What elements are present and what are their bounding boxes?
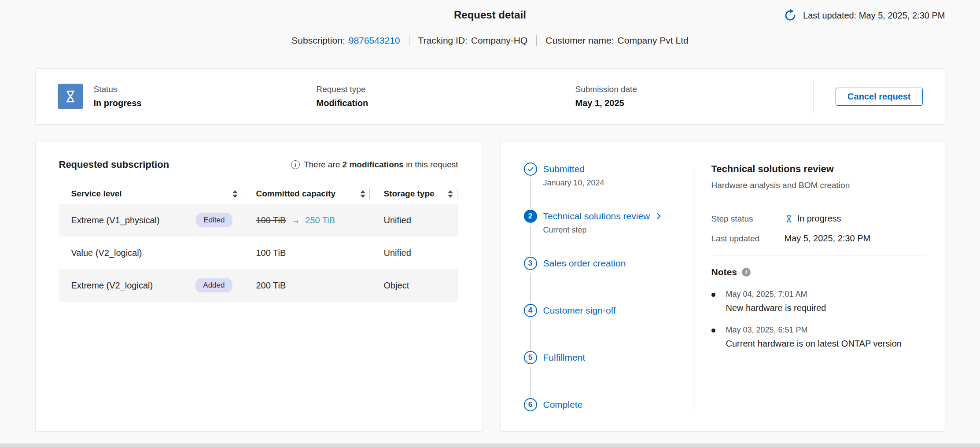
step-complete: 6 Complete [522, 398, 693, 411]
sort-icon[interactable] [232, 190, 238, 198]
request-type-label: Request type [317, 85, 575, 94]
column-divider [369, 188, 370, 199]
step-label-fulfillment[interactable]: Fulfillment [543, 352, 586, 363]
divider [536, 35, 537, 46]
step-status-label: Step status [711, 214, 785, 224]
hourglass-icon [785, 214, 793, 223]
step-current-circle: 2 [524, 210, 537, 223]
cancel-button-wrap: Cancel request [814, 88, 923, 106]
step-status-row: Step status In progress [711, 214, 925, 224]
column-header-committed-capacity[interactable]: Committed capacity [244, 184, 372, 204]
sort-icon[interactable] [448, 190, 453, 198]
step-connector [530, 226, 531, 255]
requested-subscription-card: Requested subscription There are 2 modif… [35, 142, 482, 432]
step-connector [530, 179, 531, 208]
note-date: May 04, 2025, 7:01 AM [726, 290, 826, 299]
step-circle-col [524, 163, 537, 210]
storage-type-cell: Object [372, 281, 459, 291]
table-row: Extreme (V2_logical) Added 200 TiB Objec… [59, 269, 458, 302]
column-header-storage-type[interactable]: Storage type [372, 184, 459, 204]
step-text: Sales order creation [543, 257, 626, 304]
step-detail-title: Technical solutions review [711, 163, 925, 175]
step-number-circle: 4 [524, 304, 537, 317]
step-fulfillment: 5 Fulfillment [522, 351, 693, 398]
refresh-icon[interactable] [784, 9, 797, 22]
step-label-sales-order-creation[interactable]: Sales order creation [543, 258, 626, 269]
info-icon[interactable] [742, 268, 751, 277]
step-status-value-wrap: In progress [785, 214, 841, 224]
step-label-customer-sign-off[interactable]: Customer sign-off [543, 305, 616, 316]
bullet-icon [711, 293, 715, 297]
step-date: January 10, 2024 [543, 178, 604, 188]
note-body: May 03, 2025, 6:51 PM Current hardware i… [726, 325, 902, 349]
note-item: May 04, 2025, 7:01 AM New hardware is re… [711, 290, 925, 313]
step-connector [530, 273, 531, 303]
step-detail-panel: Technical solutions review Hardware anal… [693, 159, 945, 431]
table-row: Value (V2_logical) 100 TiB Unified [59, 236, 458, 269]
service-level-cell: Value (V2_logical) [59, 248, 244, 258]
arrow-right-icon: → [291, 215, 300, 225]
chevron-right-icon[interactable] [654, 212, 663, 221]
main-cards-row: Requested subscription There are 2 modif… [35, 142, 945, 432]
cancel-request-button[interactable]: Cancel request [836, 88, 922, 106]
refresh-area: Last updated: May 5, 2025, 2:30 PM [784, 9, 945, 22]
subscription-table: Service level Committed capacity Storage… [59, 184, 458, 302]
request-type-value: Modification [317, 98, 575, 108]
step-submitted: Submitted January 10, 2024 [522, 163, 693, 210]
step-number-circle: 3 [524, 257, 537, 270]
added-badge: Added [195, 278, 232, 292]
progress-stepper: Submitted January 10, 2024 2 Technical s… [522, 159, 693, 431]
step-label-submitted[interactable]: Submitted [543, 164, 585, 174]
note-date: May 03, 2025, 6:51 PM [726, 325, 902, 335]
subscription-link[interactable]: 9876543210 [349, 35, 400, 46]
info-icon[interactable] [291, 160, 300, 169]
requested-subscription-title: Requested subscription [59, 159, 169, 170]
note-item: May 03, 2025, 6:51 PM Current hardware i… [711, 325, 925, 349]
subscription-label: Subscription: [291, 35, 345, 46]
step-sales-order-creation: 3 Sales order creation [522, 257, 693, 304]
customer-value: Company Pvt Ltd [618, 35, 689, 46]
last-updated-row: Last updated May 5, 2025, 2:30 PM [711, 233, 925, 244]
step-connector [530, 320, 531, 350]
note-text: New hardware is required [726, 303, 826, 313]
step-circle-col: 3 [524, 257, 537, 304]
column-header-service-level[interactable]: Service level [59, 184, 244, 204]
status-card: Status In progress Request type Modifica… [35, 68, 945, 125]
sort-icon[interactable] [360, 190, 365, 198]
status-label: Status [94, 85, 142, 94]
committed-capacity-cell: 100 TiB → 250 TiB [244, 215, 372, 225]
modifications-note: There are 2 modifications in this reques… [291, 160, 458, 170]
table-header-row: Service level Committed capacity Storage… [59, 184, 458, 204]
edited-badge: Edited [196, 213, 232, 227]
page-bottom-edge [0, 443, 980, 447]
step-status-value: In progress [797, 214, 841, 224]
column-divider [457, 188, 457, 199]
step-label-technical-solutions-review[interactable]: Technical solutions review [543, 211, 650, 222]
notes-list: May 04, 2025, 7:01 AM New hardware is re… [711, 290, 925, 349]
sub-header: Subscription: 9876543210 Tracking ID: Co… [35, 35, 945, 46]
tracking-value: Company-HQ [471, 35, 527, 46]
top-header: Request detail Last updated: May 5, 2025… [35, 6, 945, 26]
old-capacity-value: 100 TiB [256, 215, 286, 225]
last-updated-label: Last updated [711, 234, 785, 244]
new-capacity-value: 250 TiB [305, 215, 335, 225]
step-circle-col: 5 [524, 351, 537, 398]
customer-pair: Customer name: Company Pvt Ltd [545, 35, 688, 46]
step-detail-subtitle: Hardware analysis and BOM creation [711, 181, 925, 190]
divider [409, 35, 409, 46]
step-connector [530, 367, 531, 397]
divider [711, 255, 925, 255]
last-updated-value: May 5, 2025, 2:30 PM [785, 233, 871, 244]
step-text: Complete [543, 398, 583, 411]
step-text: Fulfillment [543, 351, 586, 398]
notes-header: Notes [711, 267, 925, 277]
step-label-complete[interactable]: Complete [543, 399, 583, 410]
bullet-icon [711, 329, 715, 332]
last-updated-text: Last updated: May 5, 2025, 2:30 PM [803, 11, 945, 21]
request-type-section: Request type Modification [317, 85, 575, 108]
hourglass-status-icon [58, 84, 83, 109]
step-number-circle: 6 [524, 398, 537, 411]
note-body: May 04, 2025, 7:01 AM New hardware is re… [726, 290, 826, 313]
storage-type-cell: Unified [372, 215, 459, 225]
customer-label: Customer name: [545, 35, 614, 46]
